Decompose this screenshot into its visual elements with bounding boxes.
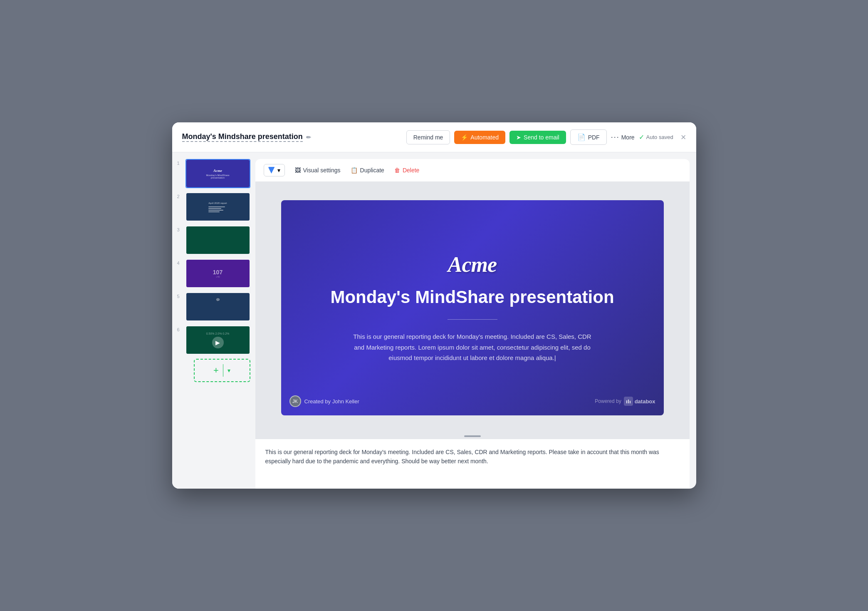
svg-rect-0 [626,400,627,403]
modal-header: Monday's Mindshare presentation ✏ Remind… [172,122,696,152]
slide-3-chart [213,230,223,251]
theme-picker-button[interactable]: ▾ [264,164,285,176]
theme-drop-icon [268,167,275,174]
header-actions: Remind me ⚡ Automated ➤ Send to email 📄 … [406,129,686,145]
slide-item-6[interactable]: 6 0.50% 2.0% 0.2% ▶ [177,325,250,355]
pdf-button[interactable]: 📄 PDF [570,129,607,145]
slide-1-thumb-text: Acme Monday's MindSharepresentation [204,167,231,181]
slides-panel: 1 Acme Monday's MindSharepresentation 2 [172,152,255,489]
pdf-icon: 📄 [577,133,586,141]
slide-item-5[interactable]: 5 💬 [177,292,250,321]
slide-main-title: Monday's MindShare presentation [330,287,614,308]
slide-item-3[interactable]: 3 [177,226,250,255]
slide-footer: JK Created by John Keller Powered by [289,395,655,407]
slide-number-2: 2 [177,194,182,199]
slide-creator-area: JK Created by John Keller [289,395,359,407]
send-to-email-button[interactable]: ➤ Send to email [509,131,566,144]
slide-number-5: 5 [177,294,182,299]
delete-icon: 🗑 [394,167,400,174]
resize-grip-indicator [464,435,481,437]
send-icon: ➤ [516,134,521,141]
edit-title-icon[interactable]: ✏ [306,134,311,141]
add-arrow-icon: ▾ [223,367,235,374]
visual-settings-icon: 🖼 [295,167,301,174]
slide-thumbnail-1[interactable]: Acme Monday's MindSharepresentation [185,159,250,188]
more-button[interactable]: ··· More [611,133,635,142]
creator-name: Created by John Keller [304,398,359,405]
slide-item-2[interactable]: 2 April 2020 report [177,192,250,221]
resize-handle[interactable] [255,434,690,439]
powered-by-area: Powered by databox [595,397,655,406]
slide-5-content: 💬 [216,293,220,320]
add-slide-button[interactable]: + ▾ [194,359,250,382]
notes-text[interactable]: This is our general reporting deck for M… [265,447,680,466]
presentation-modal: Monday's Mindshare presentation ✏ Remind… [172,122,696,489]
remind-me-button[interactable]: Remind me [406,130,450,144]
creator-avatar: JK [289,395,301,407]
slide-toolbar: ▾ 🖼 Visual settings 📋 Duplicate 🗑 Delete [255,159,690,182]
delete-button[interactable]: 🗑 Delete [394,167,419,174]
checkmark-icon: ✓ [639,133,644,141]
slide-thumbnail-3[interactable] [185,226,250,255]
slide-logo: Acme [448,252,497,277]
theme-chevron-icon: ▾ [277,167,280,174]
slide-number-1: 1 [177,161,182,166]
modal-title-area: Monday's Mindshare presentation ✏ [182,132,401,142]
duplicate-button[interactable]: 📋 Duplicate [351,167,384,174]
svg-rect-2 [630,401,631,403]
auto-saved-indicator: ✓ Auto saved [639,133,673,141]
slide-editor: ▾ 🖼 Visual settings 📋 Duplicate 🗑 Delete [255,159,690,489]
databox-logo: databox [624,397,655,406]
slide-thumbnail-5[interactable]: 💬 [185,292,250,321]
slide-divider-line [448,319,497,320]
add-slide-area: + ▾ [185,359,250,382]
slide-number-6: 6 [177,327,182,332]
slide-preview: Acme Monday's MindShare presentation Thi… [281,200,664,416]
databox-icon [624,397,633,406]
slide-4-content: 107 +40 [211,267,224,280]
slide-thumbnail-2[interactable]: April 2020 report [185,192,250,221]
close-button[interactable]: × [681,132,686,143]
slide-number-3: 3 [177,227,182,232]
slide-thumbnail-6[interactable]: 0.50% 2.0% 0.2% ▶ [185,325,250,355]
slide-item-4[interactable]: 4 107 +40 [177,259,250,288]
visual-settings-button[interactable]: 🖼 Visual settings [295,167,341,174]
slide-thumbnail-4[interactable]: 107 +40 [185,259,250,288]
add-slide-inner: + ▾ [209,364,235,377]
dots-icon: ··· [611,133,620,142]
automated-button[interactable]: ⚡ Automated [454,131,505,144]
slide-number-4: 4 [177,261,182,266]
duplicate-icon: 📋 [351,167,358,174]
slide-item-1[interactable]: 1 Acme Monday's MindSharepresentation [177,159,250,188]
svg-rect-1 [628,400,629,403]
notes-panel: This is our general reporting deck for M… [255,439,690,489]
slide-2-content: April 2020 report [206,199,229,215]
slide-preview-wrapper: Acme Monday's MindShare presentation Thi… [255,182,690,434]
slide-description-text: This is our general reporting deck for M… [352,331,593,363]
presentation-title: Monday's Mindshare presentation [182,132,303,142]
add-plus-icon: + [209,365,223,376]
slide-6-content: 0.50% 2.0% 0.2% ▶ [206,326,230,354]
automated-icon: ⚡ [461,134,468,141]
modal-body: 1 Acme Monday's MindSharepresentation 2 [172,152,696,489]
